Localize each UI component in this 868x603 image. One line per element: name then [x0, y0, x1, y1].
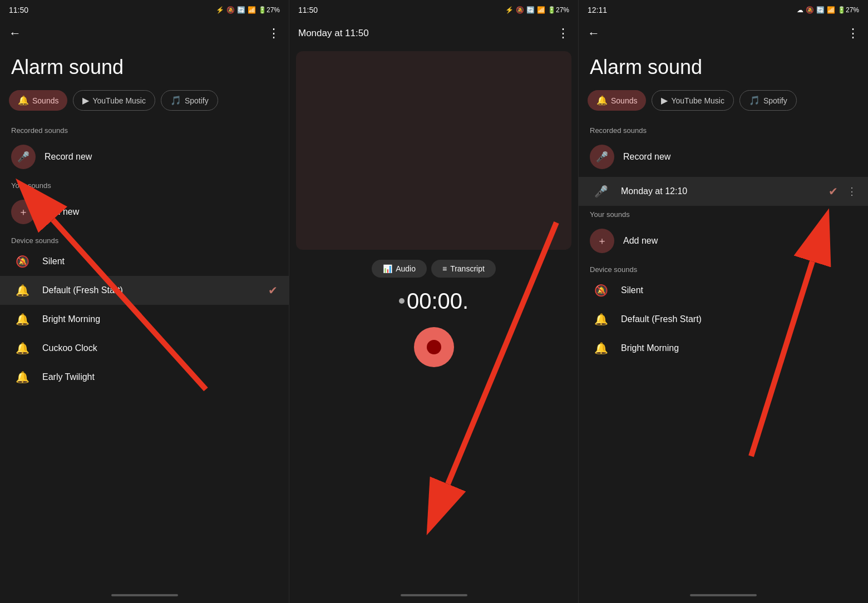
home-bar-3 — [579, 587, 868, 603]
alarm-time-label: Monday at 11:50 — [298, 28, 369, 39]
youtube-icon-3: ▶ — [661, 95, 668, 106]
top-bar-2: Monday at 11:50 ⋮ — [289, 20, 578, 47]
status-bar-1: 11:50 ⚡ 🔕 🔄 📶 🔋27% — [0, 0, 289, 20]
add-icon-circle-3: ＋ — [590, 229, 614, 253]
page-title-1: Alarm sound — [0, 47, 289, 90]
record-new-text-1: Record new — [45, 152, 278, 162]
bell-icon-3: 🔔 — [596, 95, 608, 106]
sound-default-1[interactable]: 🔔 Default (Fresh Start) ✔ — [0, 276, 289, 305]
bell-icon-1: 🔔 — [18, 95, 29, 106]
sound-bright-morning-1[interactable]: 🔔 Bright Morning — [0, 305, 289, 334]
tab-youtube-3[interactable]: ▶ YouTube Music — [652, 90, 733, 111]
device-sounds-label-3: Device sounds — [579, 261, 868, 276]
add-new-text-3: Add new — [623, 236, 857, 246]
add-icon-circle-1: ＋ — [11, 200, 36, 224]
status-bar-3: 12:11 ☁ 🔕 🔄 📶 🔋27% — [579, 0, 868, 20]
your-sounds-label-1: Your sounds — [0, 177, 289, 192]
bell-icon-bright-3: 🔔 — [590, 342, 612, 355]
status-time-3: 12:11 — [588, 6, 607, 14]
tab-sounds-3[interactable]: 🔔 Sounds — [588, 90, 646, 111]
timer-dot-icon — [399, 298, 405, 304]
add-new-text-1: Add new — [45, 207, 278, 217]
home-bar-2 — [289, 587, 578, 603]
transcript-lines-icon: ≡ — [442, 264, 447, 273]
page-title-3: Alarm sound — [579, 47, 868, 90]
status-icons-3: ☁ 🔕 🔄 📶 🔋27% — [797, 6, 859, 14]
top-bar-1: ← ⋮ — [0, 20, 289, 47]
silent-icon-3: 🔕 — [590, 284, 612, 297]
spotify-icon-3: 🎵 — [749, 95, 760, 106]
bell-icon-bright-1: 🔔 — [11, 313, 33, 326]
sound-cuckoo-1[interactable]: 🔔 Cuckoo Clock — [0, 334, 289, 363]
home-bar-line-3 — [690, 594, 757, 596]
recorded-sounds-label-1: Recorded sounds — [0, 122, 289, 137]
more-button-3[interactable]: ⋮ — [847, 26, 859, 41]
panel-2: 11:50 ⚡ 🔕 🔄 📶 🔋27% Monday at 11:50 ⋮ 📊 A… — [289, 0, 579, 603]
sound-default-3[interactable]: 🔔 Default (Fresh Start) — [579, 305, 868, 334]
timer-display: 00:00. — [289, 280, 578, 318]
microphone-icon-circle-3: 🎤 — [590, 145, 614, 169]
record-button[interactable] — [414, 327, 454, 367]
microphone-icon-circle-1: 🎤 — [11, 145, 36, 169]
status-bar-2: 11:50 ⚡ 🔕 🔄 📶 🔋27% — [289, 0, 578, 20]
sound-silent-3[interactable]: 🔕 Silent — [579, 276, 868, 305]
transcript-tab-btn[interactable]: ≡ Transcript — [431, 260, 496, 278]
sound-early-1[interactable]: 🔔 Early Twilight — [0, 363, 289, 392]
record-new-item-1[interactable]: 🎤 Record new — [0, 137, 289, 177]
record-new-text-3: Record new — [623, 152, 857, 162]
home-bar-line-1 — [111, 594, 178, 596]
bell-icon-default-3: 🔔 — [590, 313, 612, 326]
status-icons-1: ⚡ 🔕 🔄 📶 🔋27% — [216, 6, 280, 14]
check-icon-default-1: ✔ — [268, 284, 278, 297]
top-bar-3: ← ⋮ — [579, 20, 868, 47]
tabs-row-1: 🔔 Sounds ▶ YouTube Music 🎵 Spotify — [0, 90, 289, 122]
check-icon-monday: ✔ — [828, 185, 838, 198]
audio-waveform-icon: 📊 — [383, 264, 392, 273]
tab-youtube-1[interactable]: ▶ YouTube Music — [73, 90, 155, 111]
status-icons-2: ⚡ 🔕 🔄 📶 🔋27% — [505, 6, 569, 14]
record-btn-area — [289, 318, 578, 389]
status-time-2: 11:50 — [298, 6, 318, 14]
add-new-item-1[interactable]: ＋ Add new — [0, 192, 289, 232]
more-item-button-monday[interactable]: ⋮ — [847, 185, 857, 197]
spotify-icon-1: 🎵 — [170, 95, 181, 106]
youtube-icon-1: ▶ — [82, 95, 89, 106]
back-button-3[interactable]: ← — [588, 26, 600, 41]
sound-bright-morning-3[interactable]: 🔔 Bright Morning — [579, 334, 868, 363]
more-button-2[interactable]: ⋮ — [557, 26, 569, 41]
add-new-item-3[interactable]: ＋ Add new — [579, 221, 868, 261]
sound-silent-1[interactable]: 🔕 Silent — [0, 247, 289, 276]
device-sounds-label-1: Device sounds — [0, 232, 289, 247]
back-button-1[interactable]: ← — [9, 26, 21, 41]
bell-icon-early-1: 🔔 — [11, 370, 33, 384]
home-bar-1 — [0, 587, 289, 603]
more-button-1[interactable]: ⋮ — [268, 26, 280, 41]
status-time-1: 11:50 — [9, 6, 28, 14]
audio-tabs: 📊 Audio ≡ Transcript — [289, 254, 578, 280]
tab-spotify-3[interactable]: 🎵 Spotify — [739, 90, 797, 111]
panel-1: 11:50 ⚡ 🔕 🔄 📶 🔋27% ← ⋮ Alarm sound 🔔 Sou… — [0, 0, 289, 603]
record-button-inner — [427, 340, 441, 354]
tab-spotify-1[interactable]: 🎵 Spotify — [161, 90, 218, 111]
tabs-row-3: 🔔 Sounds ▶ YouTube Music 🎵 Spotify — [579, 90, 868, 122]
home-bar-line-2 — [401, 594, 467, 596]
record-new-item-3[interactable]: 🎤 Record new — [579, 137, 868, 177]
bell-icon-default-1: 🔔 — [11, 284, 33, 297]
recorded-sounds-label-3: Recorded sounds — [579, 122, 868, 137]
microphone-plain-icon: 🎤 — [590, 185, 612, 198]
silent-icon-1: 🔕 — [11, 255, 33, 268]
waveform-area — [296, 51, 571, 250]
bell-icon-cuckoo-1: 🔔 — [11, 342, 33, 355]
recorded-monday-text: Monday at 12:10 — [621, 186, 820, 196]
audio-tab-btn[interactable]: 📊 Audio — [372, 260, 427, 278]
your-sounds-label-3: Your sounds — [579, 206, 868, 221]
recorded-monday-item[interactable]: 🎤 Monday at 12:10 ✔ ⋮ — [579, 177, 868, 206]
tab-sounds-1[interactable]: 🔔 Sounds — [9, 90, 67, 111]
panel-3: 12:11 ☁ 🔕 🔄 📶 🔋27% ← ⋮ Alarm sound 🔔 Sou… — [579, 0, 868, 603]
